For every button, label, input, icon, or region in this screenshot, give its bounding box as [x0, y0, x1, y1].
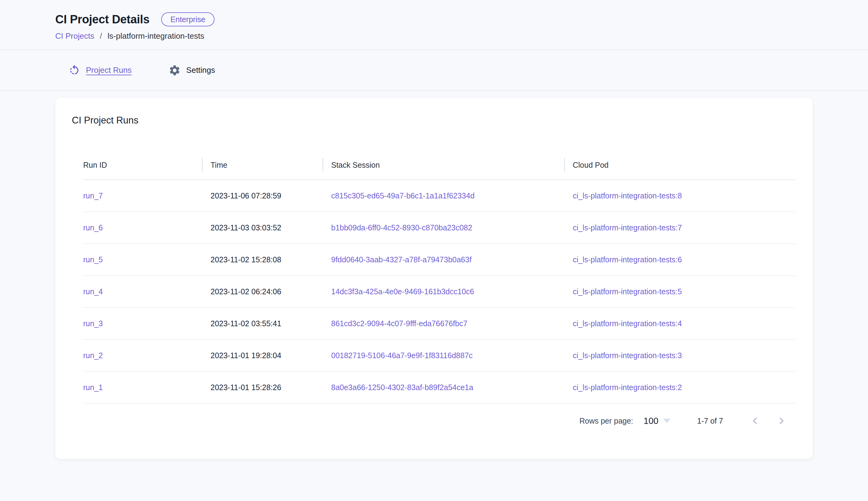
- pagination-range-label: 1-7 of 7: [697, 417, 723, 425]
- chevron-down-icon: [663, 419, 671, 423]
- time-cell: 2023-11-01 19:28:04: [202, 351, 322, 360]
- time-cell: 2023-11-01 15:28:26: [202, 383, 322, 392]
- previous-page-button[interactable]: [748, 414, 762, 428]
- cloud-pod-link[interactable]: ci_ls-platform-integration-tests:6: [573, 255, 682, 264]
- stack-session-link[interactable]: 861cd3c2-9094-4c07-9fff-eda76676fbc7: [331, 319, 468, 328]
- history-icon: [68, 64, 80, 76]
- cloud-pod-link[interactable]: ci_ls-platform-integration-tests:4: [573, 319, 682, 328]
- runs-table: Run ID Time Stack Session Cloud Pod run_…: [83, 150, 795, 404]
- breadcrumb-link-ci-projects[interactable]: CI Projects: [55, 31, 94, 41]
- page-header: CI Project Details Enterprise CI Project…: [0, 0, 868, 50]
- column-header-run-id: Run ID: [83, 150, 202, 179]
- cloud-pod-link[interactable]: ci_ls-platform-integration-tests:7: [573, 223, 682, 232]
- table-header-row: Run ID Time Stack Session Cloud Pod: [83, 150, 795, 180]
- column-header-time: Time: [202, 150, 322, 179]
- run-id-link[interactable]: run_1: [83, 383, 103, 392]
- rows-per-page-select[interactable]: 100: [644, 416, 671, 426]
- stack-session-link[interactable]: c815c305-ed65-49a7-b6c1-1a1a1f62334d: [331, 191, 474, 200]
- time-cell: 2023-11-02 03:55:41: [202, 319, 322, 328]
- table-pagination: Rows per page: 100 1-7 of 7: [55, 414, 813, 428]
- stack-session-link[interactable]: 00182719-5106-46a7-9e9f-1f83116d887c: [331, 351, 473, 360]
- ci-project-runs-card: CI Project Runs Run ID Time Stack Sessio…: [55, 98, 813, 459]
- next-page-button[interactable]: [775, 414, 788, 428]
- tab-project-runs-label: Project Runs: [86, 65, 132, 75]
- gear-icon: [168, 64, 181, 76]
- run-id-link[interactable]: run_7: [83, 191, 103, 200]
- column-header-stack-session: Stack Session: [322, 150, 564, 179]
- rows-per-page-label: Rows per page:: [580, 417, 633, 425]
- stack-session-link[interactable]: 14dc3f3a-425a-4e0e-9469-161b3dcc10c6: [331, 287, 474, 296]
- tab-settings-label: Settings: [186, 65, 215, 75]
- table-row: run_4 2023-11-02 06:24:06 14dc3f3a-425a-…: [83, 276, 795, 308]
- breadcrumb: CI Projects / ls-platform-integration-te…: [55, 31, 813, 41]
- table-row: run_3 2023-11-02 03:55:41 861cd3c2-9094-…: [83, 308, 795, 340]
- cloud-pod-link[interactable]: ci_ls-platform-integration-tests:5: [573, 287, 682, 296]
- enterprise-badge: Enterprise: [161, 12, 215, 26]
- main-content: CI Project Runs Run ID Time Stack Sessio…: [0, 91, 868, 459]
- ci-project-details-page: CI Project Details Enterprise CI Project…: [0, 0, 868, 501]
- table-row: run_5 2023-11-02 15:28:08 9fdd0640-3aab-…: [83, 244, 795, 276]
- card-title: CI Project Runs: [72, 114, 813, 127]
- stack-session-link[interactable]: 8a0e3a66-1250-4302-83af-b89f2a54ce1a: [331, 383, 473, 392]
- cloud-pod-link[interactable]: ci_ls-platform-integration-tests:8: [573, 191, 682, 200]
- cloud-pod-link[interactable]: ci_ls-platform-integration-tests:3: [573, 351, 682, 360]
- run-id-link[interactable]: run_3: [83, 319, 103, 328]
- chevron-left-icon: [748, 414, 762, 428]
- breadcrumb-current-project: ls-platform-integration-tests: [107, 31, 204, 41]
- rows-per-page-value: 100: [644, 416, 658, 426]
- run-id-link[interactable]: run_2: [83, 351, 103, 360]
- chevron-right-icon: [775, 414, 788, 428]
- table-row: run_2 2023-11-01 19:28:04 00182719-5106-…: [83, 340, 795, 372]
- column-header-cloud-pod: Cloud Pod: [564, 150, 795, 179]
- page-title: CI Project Details: [55, 13, 150, 26]
- breadcrumb-separator: /: [100, 31, 102, 41]
- column-divider: [564, 158, 565, 172]
- tab-bar: Project Runs Settings: [0, 50, 868, 91]
- run-id-link[interactable]: run_5: [83, 255, 103, 264]
- table-row: run_7 2023-11-06 07:28:59 c815c305-ed65-…: [83, 180, 795, 212]
- run-id-link[interactable]: run_6: [83, 223, 103, 232]
- stack-session-link[interactable]: b1bb09da-6ff0-4c52-8930-c870ba23c082: [331, 223, 472, 232]
- table-body: run_7 2023-11-06 07:28:59 c815c305-ed65-…: [83, 180, 795, 404]
- column-divider: [322, 158, 323, 172]
- stack-session-link[interactable]: 9fdd0640-3aab-4327-a78f-a79473b0a63f: [331, 255, 471, 264]
- run-id-link[interactable]: run_4: [83, 287, 103, 296]
- time-cell: 2023-11-02 15:28:08: [202, 255, 322, 264]
- tab-project-runs[interactable]: Project Runs: [68, 64, 132, 76]
- tab-settings[interactable]: Settings: [168, 64, 215, 76]
- table-row: run_1 2023-11-01 15:28:26 8a0e3a66-1250-…: [83, 372, 795, 404]
- time-cell: 2023-11-03 03:03:52: [202, 223, 322, 232]
- cloud-pod-link[interactable]: ci_ls-platform-integration-tests:2: [573, 383, 682, 392]
- time-cell: 2023-11-02 06:24:06: [202, 287, 322, 296]
- column-divider: [202, 158, 202, 172]
- time-cell: 2023-11-06 07:28:59: [202, 191, 322, 200]
- table-row: run_6 2023-11-03 03:03:52 b1bb09da-6ff0-…: [83, 212, 795, 244]
